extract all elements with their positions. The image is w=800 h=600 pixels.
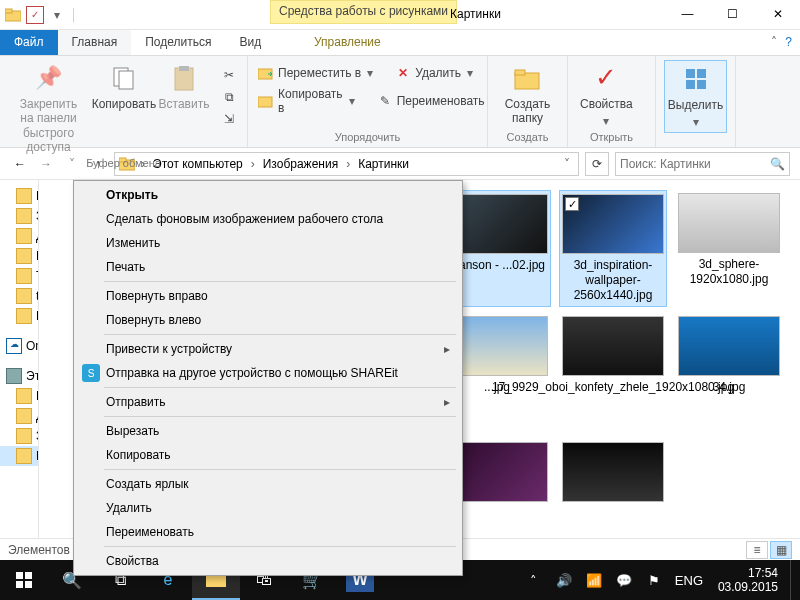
svg-rect-10 [686,69,695,78]
sidebar-item[interactable]: Из [0,446,38,466]
sidebar-item[interactable]: Ра [0,186,38,206]
input-lang[interactable]: ENG [672,560,706,600]
menu-item[interactable]: Переименовать [76,520,460,544]
pc-icon [6,368,22,384]
refresh-button[interactable]: ⟳ [585,152,609,176]
menu-item[interactable]: Создать ярлык [76,472,460,496]
file-item[interactable] [559,439,667,509]
copypath-small-button[interactable]: ⧉ [219,88,239,106]
sidebar-item[interactable]: Дс [0,406,38,426]
group-organize-label: Упорядочить [256,131,479,145]
start-button[interactable] [0,560,48,600]
tab-file[interactable]: Файл [0,30,58,55]
menu-item[interactable]: Повернуть вправо [76,284,460,308]
view-details-button[interactable]: ≡ [746,541,768,559]
clock-date: 03.09.2015 [718,580,778,594]
file-item[interactable]: 17_9929_oboi_konfety_zhele_1920x1080.jpg [559,313,667,433]
tab-manage[interactable]: Управление [300,30,395,54]
file-item[interactable]: 3d_sphere-1920x1080.jpg [675,190,783,307]
help-icon[interactable]: ? [785,35,792,49]
tab-share[interactable]: Поделиться [131,30,225,55]
sidebar-item[interactable]: Дс [0,226,38,246]
menu-item[interactable]: Копировать [76,443,460,467]
volume-icon[interactable]: 🔊 [552,560,576,600]
menu-separator [104,416,456,417]
search-icon[interactable]: 🔍 [770,157,785,171]
submenu-arrow-icon: ▸ [444,342,450,356]
svg-rect-18 [16,581,23,588]
menu-item[interactable]: Удалить [76,496,460,520]
menu-item[interactable]: Печать [76,255,460,279]
sidebar-item[interactable]: Th [0,266,38,286]
maximize-button[interactable]: ☐ [710,0,755,28]
crumb-images[interactable]: Изображения [261,157,340,171]
menu-item[interactable]: Повернуть влево [76,308,460,332]
sidebar-onedrive[interactable]: ☁OneDrive [0,336,38,356]
newfolder-button[interactable]: Создать папку [496,60,559,128]
menu-item[interactable]: Привести к устройству▸ [76,337,460,361]
menu-item[interactable]: Открыть [76,183,460,207]
folder-icon [16,428,32,444]
cut-small-button[interactable]: ✂ [219,66,239,84]
menu-item[interactable]: Изменить [76,231,460,255]
group-clipboard-label: Буфер обмена [8,157,239,171]
menu-item[interactable]: SОтправка на другое устройство с помощью… [76,361,460,385]
newfolder-icon [512,62,544,94]
delete-icon: ✕ [395,65,411,81]
network-icon[interactable]: 📶 [582,560,606,600]
tray-chevron-icon[interactable]: ˄ [522,560,546,600]
menu-separator [104,281,456,282]
sidebar-thispc[interactable]: Этот [0,366,38,386]
search-box[interactable]: 🔍 [615,152,790,176]
pasteshortcut-small-button[interactable]: ⇲ [219,110,239,128]
file-item[interactable]: ✓3d_inspiration-wallpaper-2560x1440.jpg [559,190,667,307]
close-button[interactable]: ✕ [755,0,800,28]
menu-item[interactable]: Свойства [76,549,460,573]
select-icon [680,63,712,95]
menu-separator [104,546,456,547]
sidebar-item[interactable]: За [0,426,38,446]
menu-item[interactable]: Сделать фоновым изображением рабочего ст… [76,207,460,231]
sidebar-item[interactable]: to [0,286,38,306]
copyto-button[interactable]: Копировать в▾ [256,86,357,116]
qat-properties-icon[interactable]: ✓ [26,6,44,24]
qat-dropdown-icon[interactable]: ▾ [48,6,66,24]
copy-button[interactable]: Копировать [99,60,149,113]
select-button[interactable]: Выделить▾ [664,60,727,133]
ribbon: 📌Закрепить на панели быстрого доступа Ко… [0,56,800,148]
delete-button[interactable]: ✕Удалить▾ [393,64,475,82]
sidebar-item[interactable]: Вь [0,386,38,406]
search-input[interactable] [620,157,760,171]
menu-item[interactable]: Отправить▸ [76,390,460,414]
folder-icon [16,288,32,304]
menu-item[interactable]: Вырезать [76,419,460,443]
sidebar-item[interactable]: Из [0,246,38,266]
file-name: 3d_inspiration-wallpaper-2560x1440.jpg [563,258,663,303]
copyto-icon [258,93,274,109]
action-center-icon[interactable]: 💬 [612,560,636,600]
tab-home[interactable]: Главная [58,30,132,55]
paste-button[interactable]: Вставить [159,60,209,113]
file-name: 34.jpg [713,380,746,395]
tab-view[interactable]: Вид [225,30,275,55]
file-item[interactable]: 34.jpg [675,313,783,433]
properties-button[interactable]: ✓Свойства▾ [576,60,637,131]
sidebar-item[interactable]: Вь [0,306,38,326]
moveto-button[interactable]: Переместить в▾ [256,64,375,82]
address-dropdown[interactable]: ˅ [560,157,574,171]
folder-icon [16,248,32,264]
sidebar-item[interactable]: За [0,206,38,226]
clock[interactable]: 17:54 03.09.2015 [712,566,784,595]
flag-icon[interactable]: ⚑ [642,560,666,600]
context-menu: ОткрытьСделать фоновым изображением рабо… [73,180,463,576]
thumbnail [678,193,780,253]
show-desktop[interactable] [790,560,796,600]
file-name: 3d_sphere-1920x1080.jpg [678,257,780,287]
pin-button[interactable]: 📌Закрепить на панели быстрого доступа [8,60,89,157]
view-thumbs-button[interactable]: ▦ [770,541,792,559]
nav-pane[interactable]: РаЗаДсИзThtoВь☁OneDriveЭтотВьДсЗаИз [0,180,39,540]
rename-button[interactable]: ✎Переименовать [375,86,487,116]
ribbon-collapse-icon[interactable]: ˄ [771,35,777,49]
crumb-pictures[interactable]: Картинки [356,157,411,171]
minimize-button[interactable]: — [665,0,710,28]
